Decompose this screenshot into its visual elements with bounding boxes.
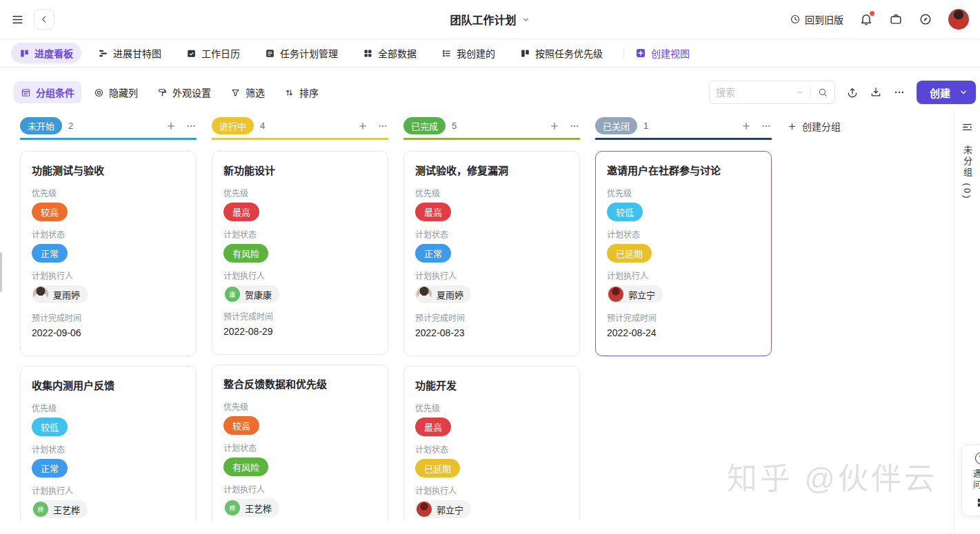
toolbar-appearance-settings-button[interactable]: 外观设置 (150, 81, 218, 103)
left-scrollbar[interactable] (0, 252, 2, 292)
field-label: 预计完成时间 (223, 310, 377, 322)
tab-all-data[interactable]: 全部数据 (354, 43, 425, 63)
column-more-button[interactable] (186, 121, 197, 132)
add-card-button[interactable] (357, 121, 368, 132)
sort-icon (284, 88, 294, 98)
card-field: 预计完成时间2022-08-23 (415, 311, 568, 338)
card-title: 整合反馈数据和优先级 (223, 376, 377, 391)
assignee-chip: 桦王艺桦 (223, 499, 279, 517)
create-group-button[interactable]: 创建分组 (787, 119, 841, 133)
column-count: 2 (68, 121, 73, 131)
column-header: 已完成5 (403, 114, 580, 140)
kanban-card[interactable]: 功能测试与验收优先级较高计划状态正常计划执行人夏雨婷预计完成时间2022-09-… (20, 151, 197, 356)
kanban-card[interactable]: 新功能设计优先级最高计划状态有风险计划执行人康贺康康预计完成时间2022-08-… (212, 151, 388, 355)
assignee-name: 郭立宁 (628, 288, 655, 301)
priority-badge: 最高 (415, 418, 451, 436)
field-label: 计划状态 (32, 228, 185, 240)
card-title: 功能测试与验收 (32, 163, 185, 177)
tab-progress-gantt[interactable]: 进展甘特图 (90, 43, 170, 63)
more-ellipsis-icon[interactable] (893, 86, 906, 99)
column-more-button[interactable] (377, 121, 388, 132)
create-button[interactable]: 创建 (917, 81, 976, 104)
column-cards: 测试验收，修复漏洞优先级最高计划状态正常计划执行人夏雨婷预计完成时间2022-0… (403, 151, 580, 520)
add-card-button[interactable] (166, 121, 177, 132)
help-widget[interactable]: ? 遇到 问题 (961, 444, 980, 516)
toolbar-filter-button[interactable]: 筛选 (223, 81, 272, 103)
back-to-old-version-button[interactable]: 回到旧版 (790, 12, 843, 26)
toolbar-hidden-columns-button[interactable]: 隐藏列 (87, 81, 145, 103)
ungrouped-label[interactable]: 未分组 (0) (961, 145, 974, 201)
tab-work-calendar[interactable]: 工作日历 (178, 43, 248, 63)
notifications-bell-icon[interactable] (859, 12, 873, 26)
card-field: 计划执行人郭立宁 (415, 484, 568, 520)
card-field: 计划状态正常 (32, 443, 185, 477)
tab-label: 按照任务优先级 (535, 46, 603, 60)
column-status-pill: 未开始 (20, 117, 62, 134)
toolbar-button-label: 分组条件 (36, 85, 74, 99)
back-button[interactable] (34, 9, 54, 30)
card-field: 优先级最高 (223, 187, 377, 221)
hide-columns-icon (94, 88, 104, 98)
tab-task-plan-management[interactable]: 任务计划管理 (257, 43, 346, 63)
assignee-chip: 夏雨婷 (32, 285, 88, 303)
column-status-pill: 已完成 (403, 117, 446, 134)
kanban-card[interactable]: 整合反馈数据和优先级优先级较高计划状态有风险计划执行人桦王艺桦预计完成时间202… (212, 364, 388, 520)
toolbar-sort-button[interactable]: 排序 (277, 81, 326, 103)
tab-created-by-me[interactable]: 我创建的 (433, 43, 503, 63)
field-label: 预计完成时间 (607, 311, 760, 323)
notification-badge-dot (870, 11, 874, 16)
search-icon[interactable] (817, 87, 828, 98)
card-field: 优先级较低 (607, 187, 760, 221)
back-to-old-version-label: 回到旧版 (805, 12, 843, 26)
collapse-panel-icon[interactable] (961, 121, 973, 133)
toolbar-group-condition-button[interactable]: 分组条件 (14, 81, 81, 103)
assignee-name: 郭立宁 (437, 503, 463, 516)
hamburger-menu-icon[interactable] (11, 13, 24, 26)
tab-by-task-priority[interactable]: 按照任务优先级 (512, 43, 611, 63)
kanban-card[interactable]: 邀请用户在社群参与讨论优先级较低计划状态已延期计划执行人郭立宁预计完成时间202… (595, 151, 772, 356)
field-label: 计划执行人 (32, 269, 185, 281)
share-upload-icon[interactable] (846, 86, 859, 99)
column-header: 进行中4 (212, 114, 388, 140)
due-date: 2022-08-24 (607, 327, 760, 338)
download-icon[interactable] (870, 86, 882, 99)
kanban-card[interactable]: 功能开发优先级最高计划状态已延期计划执行人郭立宁预计完成时间2022-08-16 (403, 366, 580, 520)
kanban-card[interactable]: 测试验收，修复漏洞优先级最高计划状态正常计划执行人夏雨婷预计完成时间2022-0… (403, 151, 580, 356)
column-more-button[interactable] (569, 121, 580, 132)
card-field: 预计完成时间2022-08-24 (607, 311, 760, 338)
plus-icon (787, 121, 797, 132)
grid-icon (363, 48, 373, 59)
add-card-button[interactable] (741, 121, 752, 132)
status-badge: 正常 (32, 244, 68, 263)
task-list-icon (265, 48, 275, 59)
history-icon (790, 14, 801, 25)
tab-progress-kanban[interactable]: 进度看板 (11, 43, 81, 63)
workspace-title-dropdown[interactable]: 团队工作计划 (450, 11, 530, 28)
create-view-button[interactable]: 创建视图 (635, 46, 690, 60)
tab-label: 进展甘特图 (113, 46, 161, 60)
field-label: 计划状态 (415, 228, 568, 240)
card-field: 预计完成时间2022-09-06 (32, 311, 185, 338)
add-card-button[interactable] (549, 121, 560, 132)
priority-badge: 较低 (607, 203, 643, 221)
assignee-chip: 郭立宁 (607, 285, 663, 303)
my-list-icon (441, 48, 452, 59)
field-label: 计划执行人 (415, 484, 568, 496)
search-input[interactable] (716, 87, 796, 98)
assignee-avatar (608, 287, 623, 302)
card-field: 计划执行人夏雨婷 (32, 269, 185, 305)
status-badge: 已延期 (415, 459, 460, 477)
column-count: 1 (643, 121, 648, 131)
priority-badge: 较低 (32, 418, 68, 436)
column-more-button[interactable] (761, 121, 772, 132)
field-label: 优先级 (32, 402, 185, 413)
briefcase-icon[interactable] (889, 12, 903, 26)
card-field: 计划状态正常 (32, 228, 185, 263)
group-icon (21, 88, 31, 98)
user-avatar[interactable] (948, 9, 969, 30)
priority-badge: 较高 (32, 203, 68, 221)
search-scope-chevron-icon[interactable] (796, 88, 804, 96)
priority-badge: 最高 (415, 203, 451, 221)
explore-compass-icon[interactable] (919, 12, 932, 26)
kanban-card[interactable]: 收集内测用户反馈优先级较低计划状态正常计划执行人桦王艺桦预计完成时间2022-0… (20, 366, 197, 520)
